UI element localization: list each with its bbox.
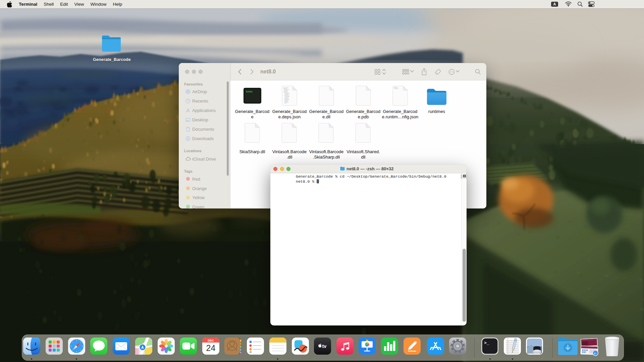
svg-text:exec: exec [246,90,253,94]
